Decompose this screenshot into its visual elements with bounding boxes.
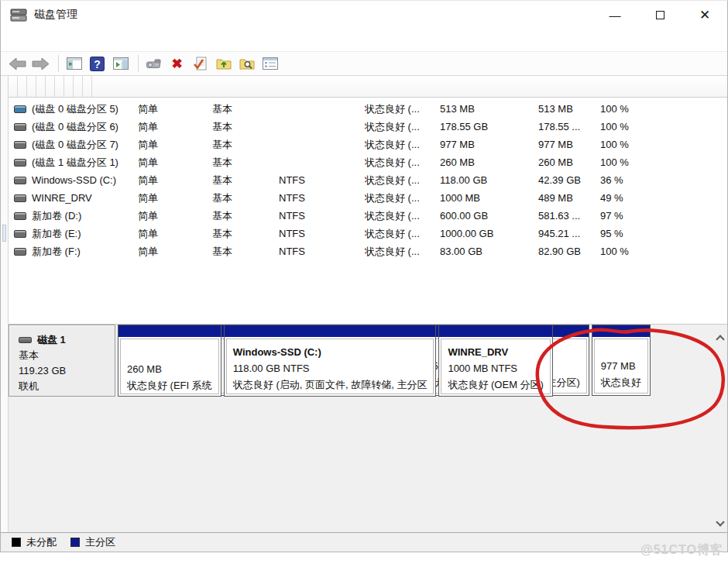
toolbar: ? ✖ xyxy=(1,51,727,76)
volume-type: 基本 xyxy=(207,120,273,134)
column-header[interactable] xyxy=(27,76,36,97)
partition-size: 260 MB xyxy=(127,361,212,377)
volume-free-space: 178.55 ... xyxy=(533,121,595,132)
scroll-up-icon[interactable] xyxy=(716,335,724,343)
partition-status: 状态良好 (启动, 页面文件, 故障转储, 主分区 xyxy=(233,376,428,393)
explore-button[interactable] xyxy=(236,53,257,74)
partition-block[interactable]: 977 MB 状态良好 xyxy=(592,325,651,396)
menu-item[interactable] xyxy=(7,37,24,43)
volume-row[interactable]: (磁盘 0 磁盘分区 5) 简单 基本 状态良好 (... 513 MB 513… xyxy=(9,100,727,118)
column-header[interactable] xyxy=(74,76,83,97)
rescan-disks-button[interactable] xyxy=(143,53,164,74)
volume-row[interactable]: (磁盘 0 磁盘分区 7) 简单 基本 状态良好 (... 977 MB 977… xyxy=(9,136,727,153)
disk-management-app-icon xyxy=(10,9,27,22)
legend-label: 主分区 xyxy=(85,535,115,549)
volume-free-space: 945.21 ... xyxy=(533,228,595,239)
volume-filesystem: NTFS xyxy=(273,192,359,204)
volume-filesystem: NTFS xyxy=(273,174,359,186)
properties-button[interactable] xyxy=(259,53,280,74)
show-action-pane-button[interactable] xyxy=(110,53,131,74)
rescan-disks-icon xyxy=(146,57,162,70)
back-icon xyxy=(9,57,26,70)
forward-icon xyxy=(32,57,50,70)
volume-layout: 简单 xyxy=(132,102,207,116)
volume-row[interactable]: (磁盘 1 磁盘分区 1) 简单 基本 状态良好 (... 260 MB 260… xyxy=(9,153,727,171)
disk-size: 119.23 GB xyxy=(19,363,112,379)
maximize-button[interactable] xyxy=(637,1,682,29)
volume-free-space: 489 MB xyxy=(533,192,595,204)
partition-size: 118.00 GB NTFS xyxy=(233,360,428,376)
mark-partition-active-button[interactable] xyxy=(190,53,211,74)
column-header[interactable] xyxy=(55,76,64,97)
back-button[interactable] xyxy=(7,53,28,74)
partition-header-bar xyxy=(592,325,650,337)
toolbar-separator xyxy=(138,55,139,72)
title-bar: 磁盘管理 — ✕ xyxy=(1,1,727,29)
mark-partition-active-icon xyxy=(193,57,208,70)
volume-disk-icon xyxy=(14,248,26,256)
minimize-icon: — xyxy=(610,9,621,22)
volume-row[interactable]: 新加卷 (D:) 简单 基本 NTFS 状态良好 (... 600.00 GB … xyxy=(9,207,727,225)
column-header[interactable] xyxy=(36,76,46,97)
volume-name: WINRE_DRV xyxy=(32,192,92,204)
volume-type: 基本 xyxy=(207,174,273,187)
partition-block[interactable]: 260 MB 状态良好 (EFI 系统 xyxy=(118,325,221,397)
show-action-pane-icon xyxy=(113,57,129,70)
disk-info-panel[interactable]: 磁盘 1 基本 119.23 GB 联机 xyxy=(9,325,115,397)
disk-name: 磁盘 1 xyxy=(37,332,66,348)
help-button[interactable]: ? xyxy=(87,53,108,74)
volume-row[interactable]: 新加卷 (F:) 简单 基本 NTFS 状态良好 (... 83.00 GB 8… xyxy=(9,242,727,260)
console-tree-splitter[interactable] xyxy=(1,76,9,552)
menu-item[interactable] xyxy=(24,37,41,43)
open-button[interactable] xyxy=(213,53,234,74)
watermark: @51CTO博客 xyxy=(640,542,723,559)
volume-row[interactable]: Windows-SSD (C:) 简单 基本 NTFS 状态良好 (... 11… xyxy=(9,171,727,189)
column-header[interactable] xyxy=(83,76,92,97)
minimize-button[interactable]: — xyxy=(592,1,637,29)
volume-row[interactable]: (磁盘 0 磁盘分区 6) 简单 基本 状态良好 (... 178.55 GB … xyxy=(9,118,727,136)
close-button[interactable]: ✕ xyxy=(682,1,727,29)
help-icon: ? xyxy=(90,57,105,71)
volume-layout: 简单 xyxy=(132,209,207,223)
delete-volume-button[interactable]: ✖ xyxy=(167,53,187,74)
volume-filesystem: NTFS xyxy=(273,228,359,239)
partition-block[interactable]: WINRE_DRV 1000 MB NTFS 状态良好 (OEM 分区) xyxy=(438,325,553,397)
volume-row[interactable]: WINRE_DRV 简单 基本 NTFS 状态良好 (... 1000 MB 4… xyxy=(9,189,727,207)
vertical-scrollbar[interactable] xyxy=(713,331,726,531)
volume-status: 状态良好 (... xyxy=(359,191,434,205)
volume-layout: 简单 xyxy=(132,156,207,170)
partition-size: 1000 MB NTFS xyxy=(448,360,544,376)
show-console-tree-button[interactable] xyxy=(64,53,84,74)
volume-list: (磁盘 0 磁盘分区 5) 简单 基本 状态良好 (... 513 MB 513… xyxy=(9,76,727,324)
volume-type: 基本 xyxy=(207,209,273,223)
column-header[interactable] xyxy=(64,76,74,97)
partition-block[interactable]: Windows-SSD (C:) 118.00 GB NTFS 状态良好 (启动… xyxy=(224,325,437,397)
volume-percent-free: 36 % xyxy=(595,174,681,186)
volume-free-space: 513 MB xyxy=(533,103,595,115)
menu-item[interactable] xyxy=(41,37,58,43)
column-header[interactable] xyxy=(46,76,55,97)
forward-button[interactable] xyxy=(30,53,51,74)
maximize-icon xyxy=(656,11,664,19)
volume-capacity: 977 MB xyxy=(434,139,533,150)
volume-type: 基本 xyxy=(207,138,273,152)
volume-name: (磁盘 0 磁盘分区 5) xyxy=(32,102,118,116)
volume-name: 新加卷 (D:) xyxy=(32,209,81,223)
volume-layout: 简单 xyxy=(132,227,207,241)
volume-percent-free: 100 % xyxy=(595,121,681,132)
scroll-down-icon[interactable] xyxy=(716,517,724,526)
legend-label: 未分配 xyxy=(26,535,57,549)
volume-row[interactable]: 新加卷 (E:) 简单 基本 NTFS 状态良好 (... 1000.00 GB… xyxy=(9,225,727,242)
open-folder-icon xyxy=(216,57,232,70)
column-header[interactable] xyxy=(9,76,18,97)
menu-item[interactable] xyxy=(58,37,75,43)
volume-name: 新加卷 (E:) xyxy=(32,227,81,241)
volume-status: 状态良好 (... xyxy=(359,156,434,170)
window-controls: — ✕ xyxy=(592,1,727,29)
column-header[interactable] xyxy=(18,76,27,97)
close-icon: ✕ xyxy=(699,7,710,23)
volume-capacity: 513 MB xyxy=(434,103,533,115)
window-title: 磁盘管理 xyxy=(34,8,77,22)
partition-status: 状态良好 (OEM 分区) xyxy=(448,376,544,393)
volume-disk-icon xyxy=(14,105,26,113)
